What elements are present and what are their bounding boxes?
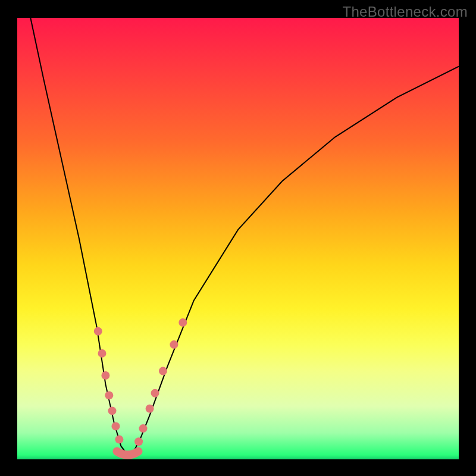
- curve-marker: [170, 340, 178, 349]
- bottleneck-curve: [30, 18, 459, 455]
- curve-marker: [146, 405, 154, 413]
- plot-area: [17, 18, 459, 459]
- valley-highlight: [117, 452, 139, 455]
- marker-group: [94, 318, 187, 446]
- curve-marker: [108, 406, 117, 415]
- curve-marker: [151, 389, 159, 397]
- chart-frame: TheBottleneck.com: [0, 0, 476, 476]
- curve-marker: [178, 318, 187, 327]
- curve-marker: [101, 371, 109, 380]
- curve-marker: [134, 437, 143, 446]
- curve-svg: [17, 18, 459, 459]
- curve-marker: [112, 422, 120, 430]
- curve-marker: [115, 436, 123, 444]
- curve-marker: [94, 327, 102, 336]
- curve-marker: [159, 367, 167, 375]
- curve-marker: [98, 349, 107, 358]
- curve-marker: [105, 391, 113, 399]
- curve-marker: [139, 424, 148, 433]
